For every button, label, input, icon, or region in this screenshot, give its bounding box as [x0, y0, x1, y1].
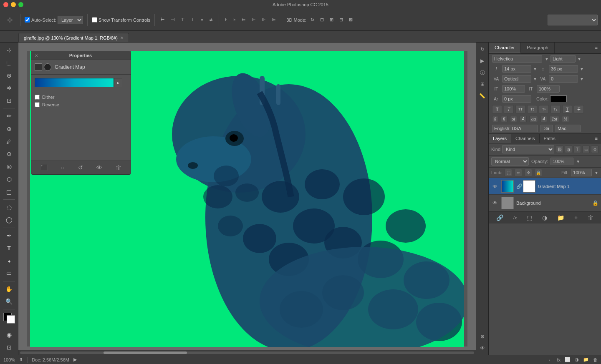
history-tool[interactable]: ◎: [3, 161, 15, 172]
scale-v-input[interactable]: [537, 85, 560, 93]
color-swatch[interactable]: [550, 95, 567, 102]
hand-tool[interactable]: ✋: [3, 283, 15, 295]
delete-icon[interactable]: 🗑: [114, 163, 123, 172]
align-top-icon[interactable]: ⊥: [189, 16, 197, 23]
shape-tool[interactable]: ▭: [3, 267, 15, 279]
background-color[interactable]: [7, 315, 15, 324]
dlig-icon[interactable]: fI: [501, 116, 508, 122]
ordinal-icon[interactable]: 1st: [550, 116, 559, 122]
statusbar-arrow-icon[interactable]: ▶: [73, 357, 77, 362]
zoom-tool[interactable]: 🔍: [3, 296, 15, 307]
eyedropper-tool[interactable]: ✏: [3, 110, 15, 122]
history-icon[interactable]: ↺: [76, 163, 85, 172]
fx-status-icon[interactable]: fx: [557, 357, 561, 362]
group-icon[interactable]: 📁: [556, 213, 566, 222]
3d-rotate-icon[interactable]: ↻: [309, 16, 316, 23]
file-tab[interactable]: giraffe.jpg @ 100% (Gradient Map 1, RGB/…: [18, 33, 129, 42]
play-icon[interactable]: ▶: [477, 56, 487, 66]
language-input[interactable]: [492, 125, 538, 132]
crop-tool[interactable]: ⊡: [3, 95, 15, 106]
transform-controls-checkbox[interactable]: [92, 17, 97, 23]
lock-transparent-icon[interactable]: ⬚: [505, 169, 512, 176]
adjust-icon[interactable]: ⊕: [477, 331, 487, 341]
bold-icon[interactable]: T: [492, 105, 502, 113]
statusbar-share-icon[interactable]: ⬆: [19, 357, 23, 362]
fill-input[interactable]: [571, 169, 592, 176]
tracking-input[interactable]: [549, 75, 578, 83]
distribute-center-v-icon[interactable]: ⊪: [260, 16, 268, 23]
path-tool[interactable]: ⬥: [3, 255, 15, 266]
quick-mask-btn[interactable]: ◉: [3, 329, 15, 340]
italic-icon[interactable]: T: [504, 105, 514, 113]
maximize-button[interactable]: [18, 2, 23, 7]
move-tool[interactable]: ⊹: [3, 44, 15, 56]
gradient-bar-expand-icon[interactable]: ▸: [114, 78, 122, 87]
clone-tool[interactable]: ⊙: [3, 148, 15, 160]
superscript-icon[interactable]: T¹: [539, 105, 549, 113]
lasso-tool[interactable]: ⊛: [3, 70, 15, 81]
blend-mode-dropdown[interactable]: Normal Multiply Screen: [491, 157, 529, 166]
gradient-bar[interactable]: [35, 78, 114, 87]
minimize-button[interactable]: [11, 2, 16, 7]
distribute-top-icon[interactable]: ⊩: [250, 16, 258, 23]
reverse-checkbox[interactable]: [35, 102, 40, 107]
subscript-icon[interactable]: T₁: [550, 105, 561, 113]
filter-type-icon[interactable]: T: [573, 146, 581, 153]
frac-half-icon[interactable]: ½: [562, 116, 569, 122]
filter-kind-dropdown[interactable]: Kind: [502, 145, 554, 153]
kerning-input[interactable]: [502, 75, 531, 83]
dither-checkbox[interactable]: [35, 95, 40, 100]
filter-shape-icon[interactable]: ▭: [582, 146, 590, 153]
filter-pixel-icon[interactable]: 🖼: [556, 146, 563, 153]
distribute-left-icon[interactable]: ⊦: [223, 16, 229, 23]
font-family-input[interactable]: [492, 55, 542, 63]
brush-tool[interactable]: 🖊: [3, 136, 15, 147]
dodge-tool[interactable]: ◯: [3, 214, 15, 226]
3d-scale-icon[interactable]: ⊞: [328, 16, 335, 23]
eraser-tool[interactable]: ⬡: [3, 173, 15, 185]
panel-collapse-icon[interactable]: —: [123, 53, 127, 58]
align-center-h-icon[interactable]: ⊣: [169, 16, 177, 23]
group-status-icon[interactable]: 📁: [583, 357, 589, 362]
alt-aa-icon[interactable]: aa: [529, 116, 538, 122]
marquee-tool[interactable]: ⬚: [3, 57, 15, 68]
type-tool[interactable]: T: [3, 242, 15, 254]
gradient-tool[interactable]: ◫: [3, 186, 15, 198]
underline-icon[interactable]: T: [562, 105, 572, 113]
distribute-right-icon[interactable]: ⊨: [240, 16, 247, 23]
preview-icon[interactable]: 👁: [95, 163, 104, 172]
align-bottom-icon[interactable]: ≢: [207, 16, 215, 23]
hist-icon[interactable]: st: [510, 116, 518, 122]
horizontal-scrollbar[interactable]: [18, 350, 476, 355]
3d-orbit-icon[interactable]: ⊠: [347, 16, 354, 23]
layer-row-background[interactable]: 👁 Background 🔒: [489, 195, 601, 211]
screen-mode-btn[interactable]: ⊡: [3, 341, 15, 353]
tab-channels[interactable]: Channels: [511, 134, 539, 143]
adjustment-icon[interactable]: ◑: [540, 213, 549, 222]
delete-layer-icon[interactable]: 🗑: [586, 213, 595, 222]
add-mask-icon[interactable]: ○: [59, 163, 66, 172]
healing-tool[interactable]: ⊕: [3, 123, 15, 135]
caps-icon[interactable]: TT: [515, 105, 525, 113]
ruler-icon[interactable]: 📏: [477, 91, 487, 101]
tab-close-icon[interactable]: ✕: [120, 35, 124, 40]
move-tool-icon[interactable]: ⊹: [3, 14, 16, 26]
panel-close-icon[interactable]: ✕: [35, 53, 38, 58]
info-icon[interactable]: ⓘ: [477, 68, 487, 78]
new-layer-icon[interactable]: +: [573, 213, 579, 222]
layer-link-icon[interactable]: 🔗: [495, 213, 505, 222]
adjust-status-icon[interactable]: ◑: [575, 357, 579, 362]
3d-pan-icon[interactable]: ⊡: [318, 16, 326, 23]
liga-icon[interactable]: fi: [492, 116, 498, 122]
font-style-input[interactable]: [550, 55, 576, 63]
lock-all-icon[interactable]: 🔒: [535, 169, 542, 176]
close-button[interactable]: [3, 2, 8, 7]
grid-icon[interactable]: ⊞: [477, 79, 487, 89]
tab-paragraph[interactable]: Paragraph: [521, 43, 554, 53]
eye-icon[interactable]: 👁: [477, 343, 487, 353]
align-right-icon[interactable]: ⊤: [179, 16, 187, 23]
add-mask-icon[interactable]: ⬚: [525, 213, 534, 222]
pen-tool[interactable]: ✒: [3, 230, 15, 241]
scroll-thumb[interactable]: [104, 351, 187, 354]
opacity-input[interactable]: [550, 158, 573, 165]
